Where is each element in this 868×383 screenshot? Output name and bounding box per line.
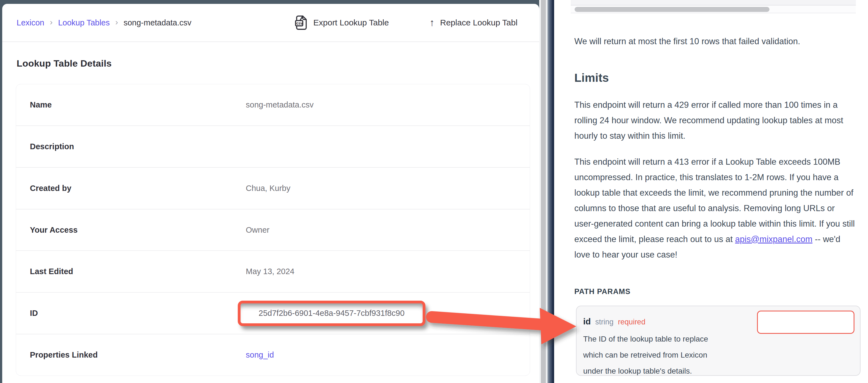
row-label: Properties Linked bbox=[30, 350, 246, 359]
lookup-table-details-card: Name song-metadata.csv Description Creat… bbox=[16, 84, 530, 376]
id-highlight-box: 25d7f2b6-6901-4e8a-9457-7cbf931f8c90 bbox=[238, 301, 426, 326]
table-row-description: Description bbox=[16, 126, 530, 167]
param-description-line: under the lookup table's details. bbox=[583, 363, 708, 379]
param-type: string bbox=[595, 318, 614, 326]
chevron-right-icon: › bbox=[50, 18, 53, 27]
docs-intro-text: We will return at most the first 10 rows… bbox=[574, 35, 856, 47]
code-block-bottom-edge bbox=[571, 0, 856, 5]
table-row-last-edited: Last Edited May 13, 2024 bbox=[16, 250, 530, 292]
export-lookup-table-button[interactable]: csv Export Lookup Table bbox=[295, 15, 389, 30]
breadcrumb: Lexicon › Lookup Tables › song-metadata.… bbox=[17, 17, 191, 28]
row-value: Owner bbox=[246, 225, 269, 235]
param-description-line: The ID of the lookup table to replace bbox=[583, 331, 708, 347]
property-link-song-id[interactable]: song_id bbox=[246, 350, 274, 359]
param-required-badge: required bbox=[618, 318, 646, 326]
param-header: id string required bbox=[583, 317, 646, 327]
row-label: Description bbox=[30, 142, 246, 151]
export-button-label: Export Lookup Table bbox=[313, 18, 389, 27]
horizontal-scrollbar-thumb[interactable] bbox=[575, 7, 770, 12]
mixpanel-email-link[interactable]: apis@mixpanel.com bbox=[735, 234, 813, 244]
limits-heading: Limits bbox=[574, 71, 609, 84]
csv-file-icon: csv bbox=[295, 15, 308, 30]
param-description-line: which can be retreived from Lexicon bbox=[583, 347, 708, 363]
table-row-your-access: Your Access Owner bbox=[16, 209, 530, 251]
row-label: Created by bbox=[30, 184, 246, 193]
breadcrumb-lexicon[interactable]: Lexicon bbox=[17, 18, 44, 27]
limits-paragraph-1: This endpoint will return a 429 error if… bbox=[574, 97, 857, 144]
header-divider bbox=[2, 41, 539, 42]
param-description: The ID of the lookup table to replace wh… bbox=[583, 331, 708, 379]
docs-window-edge bbox=[548, 0, 553, 383]
replace-button-label: Replace Lookup Tabl bbox=[440, 18, 518, 27]
horizontal-scrollbar-track bbox=[571, 6, 856, 13]
row-value: song-metadata.csv bbox=[246, 100, 314, 109]
path-params-heading: PATH PARAMS bbox=[574, 287, 630, 296]
table-row-name: Name song-metadata.csv bbox=[16, 84, 530, 126]
id-param-input[interactable] bbox=[757, 311, 855, 334]
table-row-id: ID 25d7f2b6-6901-4e8a-9457-7cbf931f8c90 bbox=[16, 292, 530, 334]
row-label: ID bbox=[30, 309, 246, 318]
page-title: Lookup Table Details bbox=[17, 58, 112, 69]
table-row-properties-linked: Properties Linked song_id bbox=[16, 334, 530, 376]
left-window-scrollbar-thumb[interactable] bbox=[541, 0, 546, 383]
path-param-card: id string required The ID of the lookup … bbox=[576, 306, 861, 376]
row-value: May 13, 2024 bbox=[246, 267, 294, 276]
breadcrumb-lookup-tables[interactable]: Lookup Tables bbox=[58, 18, 110, 27]
breadcrumb-current-file: song-metadata.csv bbox=[123, 18, 191, 27]
lexicon-window: Lexicon › Lookup Tables › song-metadata.… bbox=[2, 4, 539, 383]
lookup-table-id-value: 25d7f2b6-6901-4e8a-9457-7cbf931f8c90 bbox=[258, 309, 404, 318]
desktop-background: Lexicon › Lookup Tables › song-metadata.… bbox=[0, 0, 868, 383]
row-label: Last Edited bbox=[30, 267, 246, 276]
row-label: Your Access bbox=[30, 225, 246, 235]
limits-paragraph-2: This endpoint will return a 413 error if… bbox=[574, 154, 857, 263]
table-row-created-by: Created by Chua, Kurby bbox=[16, 167, 530, 209]
replace-lookup-table-button[interactable]: ↑ Replace Lookup Tabl bbox=[430, 15, 518, 30]
chevron-right-icon: › bbox=[115, 18, 118, 27]
row-value: Chua, Kurby bbox=[246, 184, 290, 193]
limits-paragraph-2-text: This endpoint will return a 413 error if… bbox=[574, 157, 855, 244]
upload-arrow-icon: ↑ bbox=[430, 17, 435, 29]
docs-window: We will return at most the first 10 rows… bbox=[554, 0, 868, 383]
row-label: Name bbox=[30, 100, 246, 109]
svg-text:csv: csv bbox=[297, 21, 303, 26]
param-name: id bbox=[583, 317, 591, 327]
